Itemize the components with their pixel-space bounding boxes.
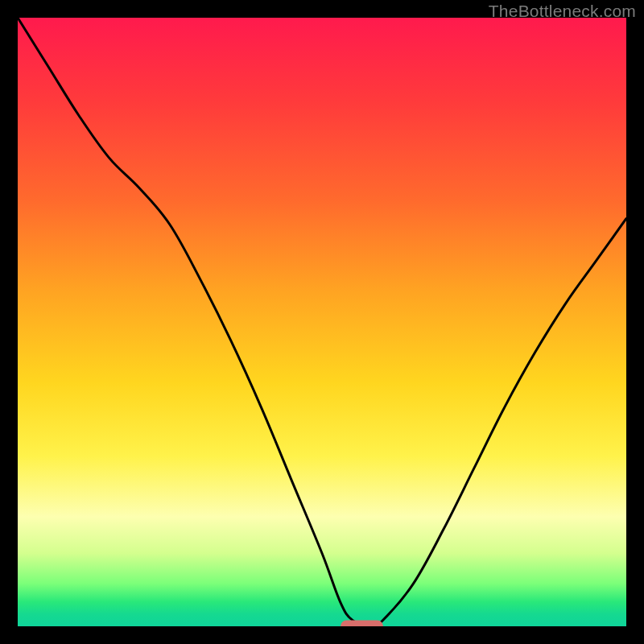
chart-frame: TheBottleneck.com (0, 0, 644, 644)
plot-area (18, 18, 626, 626)
optimal-range-marker (341, 621, 383, 627)
bottleneck-curve (18, 18, 626, 626)
curve-path (18, 18, 626, 626)
